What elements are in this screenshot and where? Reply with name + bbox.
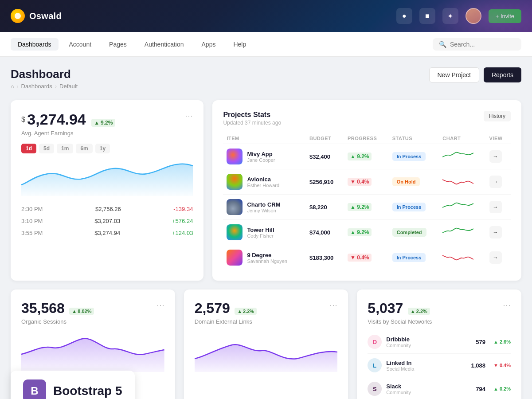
projects-card-header: Projects Stats Updated 37 minutes ago Hi… [223,111,511,126]
project-view-button[interactable]: → [489,226,502,239]
projects-table: ITEM BUDGET PROGRESS STATUS CHART VIEW M… [223,133,511,270]
project-chart [439,144,485,169]
social-type: Community [386,390,411,395]
organic-sessions-card: ⋯ 35,568 ▲ 8.02% Organic Sessions [11,289,175,399]
social-more-button[interactable]: ⋯ [503,300,511,310]
social-value: 579 [476,339,485,345]
page-content: Dashboard ⌂ › Dashboards › Default New P… [0,57,532,399]
social-row: S Slack Community 794 ▲ 0.2% [368,377,511,399]
project-progress: ▲ 9.2% [348,228,372,236]
breadcrumb-dashboards[interactable]: Dashboards [21,83,52,90]
social-number: 5,037 [368,300,403,316]
social-value: 1,088 [471,362,485,369]
tab-account[interactable]: Account [62,38,99,51]
logo[interactable]: Oswald [11,9,62,23]
project-owner: Jane Cooper [247,157,275,163]
project-budget: $32,400 [306,144,344,169]
project-thumbnail [227,174,243,190]
social-change: ▼ 0.4% [493,363,511,368]
social-networks-card: ⋯ 5,037 ▲ 2.2% Visits by Social Networks… [357,289,521,399]
social-type: Community [386,343,411,348]
social-icon: D [368,335,382,349]
social-row: L Linked In Social Media 1,088 ▼ 0.4% [368,354,511,377]
project-item: Avionica Esther Howard [227,174,302,190]
earn-amount-2: $3,207.03 [94,218,120,224]
earnings-amount: 3,274.94 [27,111,86,128]
time-tab-6m[interactable]: 6m [76,144,92,153]
project-view-button[interactable]: → [489,150,502,163]
project-thumbnail [227,199,243,215]
tab-apps[interactable]: Apps [195,38,223,51]
social-number-wrap: 5,037 ▲ 2.2% [368,300,511,317]
top-nav-right: ● ■ ✦ + Invite [396,8,521,24]
project-owner: Cody Fisher [247,233,274,239]
earn-time-3: 3:55 PM [21,230,43,236]
table-row: Charto CRM Jenny Wilson $8,220 ▲ 9.2% In… [223,195,511,220]
currency-symbol: $ [21,116,25,123]
new-project-button[interactable]: New Project [429,67,479,82]
bootstrap-overlay: B Bootstrap 5 [11,371,135,399]
time-tab-1y[interactable]: 1y [95,144,110,153]
domain-label: Domain External Links [195,318,338,325]
home-icon: ⌂ [11,83,14,90]
social-type: Social Media [386,366,414,372]
earnings-label: Avg. Agent Earnings [21,130,193,137]
project-status: In Process [392,203,426,211]
earn-amount-1: $2,756.26 [95,206,121,212]
time-tab-1m[interactable]: 1m [57,144,73,153]
table-row: Mivy App Jane Cooper $32,400 ▲ 9.2% In P… [223,144,511,169]
share-icon[interactable]: ✦ [442,8,458,24]
project-budget: $8,220 [306,195,344,220]
project-budget: $74,000 [306,220,344,245]
history-button[interactable]: History [484,111,511,121]
domain-more-button[interactable]: ⋯ [329,300,337,310]
reports-button[interactable]: Reports [484,67,521,82]
bottom-row: ⋯ 35,568 ▲ 8.02% Organic Sessions [11,289,521,399]
projects-card-title: Projects Stats [223,111,281,119]
camera-icon[interactable]: ● [396,8,412,24]
project-item: Mivy App Jane Cooper [227,149,302,164]
project-progress: ▲ 9.2% [348,203,372,211]
time-tab-1d[interactable]: 1d [21,144,36,153]
search-input[interactable] [450,41,515,48]
tab-pages[interactable]: Pages [102,38,134,51]
tab-help[interactable]: Help [226,38,253,51]
invite-button[interactable]: + Invite [489,9,521,23]
organic-chart [21,332,164,372]
project-chart [439,245,485,270]
tab-authentication[interactable]: Authentication [137,38,191,51]
earn-row-2: 3:10 PM $3,207.03 +576.24 [21,215,193,227]
organic-more-button[interactable]: ⋯ [156,300,164,310]
earnings-more-button[interactable]: ⋯ [185,111,193,121]
project-progress: ▼ 0.4% [348,178,372,186]
project-view-button[interactable]: → [489,201,502,213]
project-budget: $256,910 [306,169,344,195]
project-status: On Hold [392,177,420,186]
domain-badge: ▲ 2.2% [235,308,257,315]
col-chart: CHART [439,133,485,144]
project-thumbnail [227,250,243,266]
social-value: 794 [476,386,485,392]
project-view-button[interactable]: → [489,251,502,264]
top-row: ⋯ $ 3,274.94 ▲ 9.2% Avg. Agent Earnings … [11,100,521,281]
tab-dashboards[interactable]: Dashboards [11,38,59,51]
social-rows: D Dribbble Community 579 ▲ 2.6% L Linked… [368,330,511,399]
avatar[interactable] [466,8,481,24]
search-icon: 🔍 [439,41,446,48]
social-change: ▲ 2.6% [493,339,511,344]
earnings-arrow-up: ▲ [94,120,99,126]
monitor-icon[interactable]: ■ [419,8,435,24]
breadcrumb-default: Default [59,83,78,90]
social-icon: L [368,358,382,372]
project-view-button[interactable]: → [489,176,502,188]
bootstrap-icon: B [23,379,46,399]
earn-change-1: -139.34 [173,206,193,212]
project-owner: Esther Howard [247,183,279,188]
earnings-badge: ▲ 9.2% [91,119,115,127]
project-name: Mivy App [247,151,275,157]
bootstrap-text: Bootstrap 5 [53,384,122,398]
earnings-amount-wrap: $ 3,274.94 ▲ 9.2% [21,111,193,128]
domain-number: 2,579 [195,300,230,316]
time-tab-5d[interactable]: 5d [39,144,54,153]
organic-number: 35,568 [21,300,65,316]
